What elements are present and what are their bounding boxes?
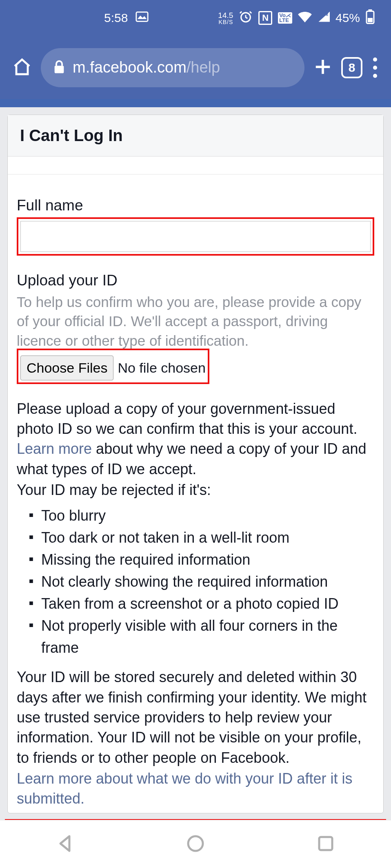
back-icon[interactable] (56, 834, 75, 855)
list-item: Too blurry (29, 505, 374, 527)
alarm-icon (239, 10, 253, 27)
nfc-icon: N (258, 11, 272, 25)
svg-rect-0 (136, 12, 148, 21)
tabs-button[interactable]: 8 (341, 57, 362, 78)
screenshot-notification-icon (135, 10, 149, 27)
facebook-header-strip (0, 99, 391, 107)
learn-more-link[interactable]: Learn more (17, 440, 92, 457)
cell-signal-icon: x (318, 11, 330, 25)
upload-id-label: Upload your ID (17, 272, 374, 289)
lock-icon (53, 60, 65, 75)
list-item: Not properly visible with all four corne… (29, 615, 374, 659)
help-form-card: I Can't Log In Full name Upload your ID … (7, 115, 384, 813)
android-status-bar: 5:58 14.5 KB/S N Vo⋌LTE x 45% (0, 0, 391, 36)
volte-icon: Vo⋌LTE (278, 12, 292, 23)
svg-point-7 (188, 836, 203, 851)
full-name-label: Full name (17, 197, 374, 214)
new-tab-icon[interactable] (313, 57, 332, 78)
home-icon[interactable] (12, 57, 32, 78)
choose-files-button[interactable]: Choose Files (20, 356, 113, 380)
battery-percentage: 45% (335, 11, 360, 25)
file-input-highlight: Choose Files No file chosen (17, 349, 209, 384)
storage-paragraph: Your ID will be stored securely and dele… (17, 667, 374, 768)
browser-menu-icon[interactable] (371, 56, 379, 80)
network-speed-indicator: 14.5 KB/S (218, 11, 233, 25)
svg-rect-5 (368, 18, 373, 22)
address-bar[interactable]: m.facebook.com/help (41, 48, 304, 87)
full-name-input[interactable] (20, 221, 371, 252)
learn-more-storage-link[interactable]: Learn more about what we do with your ID… (17, 769, 374, 809)
svg-text:x: x (326, 11, 329, 16)
status-time: 5:58 (104, 11, 128, 25)
list-item: Missing the required information (29, 549, 374, 571)
rejected-intro: Your ID may be rejected if it's: (17, 480, 374, 500)
url-text: m.facebook.com/help (73, 59, 220, 76)
full-name-highlight (17, 217, 374, 256)
list-item: Not clearly showing the required informa… (29, 571, 374, 593)
battery-icon (366, 9, 375, 27)
list-item: Taken from a screenshot or a photo copie… (29, 593, 374, 615)
wifi-icon (298, 11, 312, 25)
svg-rect-8 (319, 837, 332, 850)
file-status-text: No file chosen (118, 360, 205, 376)
rejection-reasons-list: Too blurry Too dark or not taken in a we… (29, 505, 374, 659)
home-nav-icon[interactable] (186, 834, 205, 855)
list-item: Too dark or not taken in a well-lit room (29, 527, 374, 549)
chrome-toolbar: m.facebook.com/help 8 (0, 36, 391, 99)
instructions-paragraph: Please upload a copy of your government-… (17, 399, 374, 479)
svg-rect-6 (55, 66, 64, 73)
android-nav-bar (0, 820, 391, 868)
recents-icon[interactable] (316, 834, 335, 855)
page-title: I Can't Log In (8, 115, 383, 157)
upload-id-helper: To help us confirm who you are, please p… (17, 292, 374, 350)
